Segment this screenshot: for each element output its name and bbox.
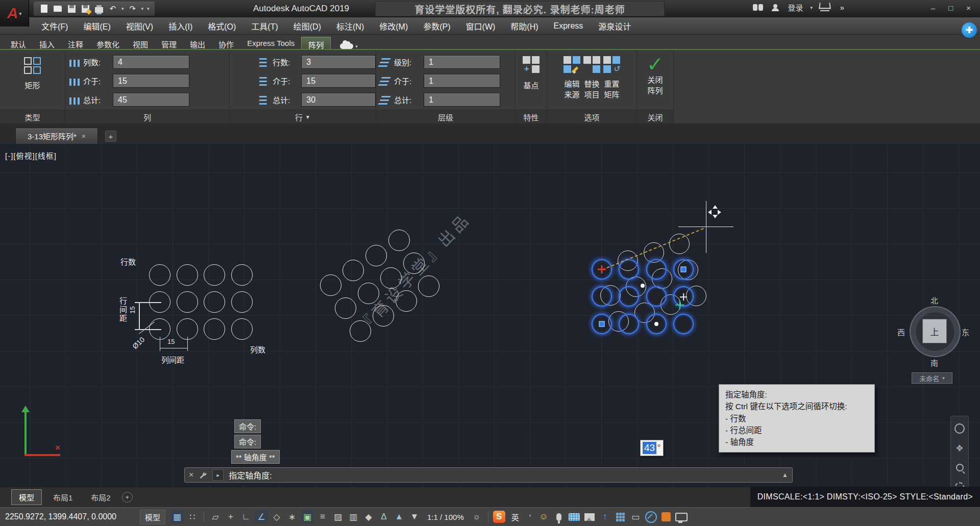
ribbon-tab-0[interactable]: 默认	[4, 37, 33, 49]
steering-wheel-icon[interactable]	[954, 423, 965, 434]
menu-item-11[interactable]: 帮助(H)	[503, 17, 546, 34]
selected-array-circle[interactable]	[646, 286, 667, 307]
ime-symbol-label[interactable]: ’	[525, 513, 535, 521]
dynamic-ucs-icon[interactable]: Δ	[377, 510, 390, 523]
selected-array-circle[interactable]	[673, 314, 694, 334]
new-tab-button[interactable]: +	[105, 131, 116, 142]
ribbon-tab-5[interactable]: 管理	[155, 37, 183, 49]
selected-array-circle[interactable]	[646, 259, 667, 280]
compass-east[interactable]: 东	[962, 327, 969, 337]
columns-field-input-0[interactable]: 4	[113, 55, 189, 69]
3d-object-snap-icon[interactable]: ◆	[362, 510, 375, 523]
rectangular-array-type-button[interactable]: 矩形	[0, 57, 65, 91]
dynamic-input-field[interactable]: 43 °	[640, 440, 664, 456]
object-snap-icon[interactable]: ▣	[301, 510, 314, 523]
wrench-icon[interactable]	[199, 471, 207, 480]
undo-dropdown-icon[interactable]: ▾	[121, 6, 124, 11]
selected-array-circle[interactable]	[619, 286, 639, 307]
infer-constraints-icon[interactable]: ▱	[209, 510, 222, 523]
pan-icon[interactable]: ✥	[954, 443, 965, 453]
ribbon-tab-3[interactable]: 参数化	[90, 37, 126, 49]
recent-commands-icon[interactable]: ▸	[212, 469, 224, 481]
grip-square[interactable]	[681, 267, 687, 272]
menu-item-13[interactable]: 源泉设计	[591, 17, 639, 34]
annotation-visibility-icon[interactable]: ▲	[393, 510, 406, 523]
menu-item-6[interactable]: 绘图(D)	[286, 17, 329, 34]
plugin-badge-icon[interactable]: ✚	[962, 22, 977, 38]
command-prompt[interactable]: 指定轴角度:	[229, 469, 777, 481]
selection-cycling-icon[interactable]: ▥	[347, 510, 360, 523]
ribbon-tab-7[interactable]: 协作	[212, 37, 240, 49]
plot-icon[interactable]	[94, 4, 104, 14]
dynamic-input-icon[interactable]: +	[224, 510, 237, 523]
menu-item-3[interactable]: 插入(I)	[161, 17, 200, 34]
ribbon-tab-1[interactable]: 插入	[33, 37, 61, 49]
ribbon-tab-2[interactable]: 注释	[61, 37, 90, 49]
edit-source-button[interactable]: 编辑 来源	[564, 56, 580, 123]
close-tab-icon[interactable]: ×	[82, 132, 86, 140]
close-button[interactable]: ×	[966, 4, 971, 12]
sogou-logo-icon[interactable]: S	[493, 511, 505, 523]
command-line[interactable]: × ▸ 指定轴角度: ▲	[184, 467, 793, 483]
layout-tab-0[interactable]: 模型	[11, 489, 42, 505]
levels-field-input-1[interactable]: 1	[424, 74, 500, 88]
snap-mode-icon[interactable]: ∷	[186, 510, 199, 523]
columns-field-input-2[interactable]: 45	[113, 93, 189, 107]
tray-isolate-icon[interactable]: ▭	[629, 510, 642, 523]
menu-item-8[interactable]: 修改(M)	[372, 17, 415, 34]
menu-item-7[interactable]: 标注(N)	[329, 17, 372, 34]
grip-dot[interactable]	[641, 284, 645, 288]
ribbon-tab-6[interactable]: 输出	[183, 37, 212, 49]
search-icon[interactable]	[753, 3, 763, 13]
object-snap-tracking-icon[interactable]: ∗	[285, 510, 299, 523]
chevron-down-icon[interactable]: ▾	[810, 5, 813, 10]
ribbon-tab-4[interactable]: 视图	[126, 37, 155, 49]
coordinates-readout[interactable]: 2250.9272, 1399.4407, 0.0000	[5, 512, 116, 521]
close-icon[interactable]: ×	[189, 470, 193, 480]
save-icon[interactable]	[66, 4, 77, 14]
open-folder-icon[interactable]	[53, 4, 63, 14]
redo-dropdown-icon[interactable]: ▾	[141, 6, 144, 11]
scale-label[interactable]: 1:1 / 100%	[423, 513, 468, 521]
login-button[interactable]: 登录	[788, 2, 803, 13]
base-point-button[interactable]: + 基点	[516, 56, 547, 91]
lineweight-icon[interactable]: ≡	[316, 510, 329, 523]
add-layout-button[interactable]: +	[122, 492, 133, 503]
close-array-button[interactable]: ✓ 关闭 阵列	[637, 54, 673, 96]
polar-tracking-icon[interactable]: ∠	[255, 510, 268, 523]
ribbon-tab-9[interactable]: 阵列	[301, 37, 331, 49]
menu-item-4[interactable]: 格式(O)	[200, 17, 243, 34]
tray-plugin-icon[interactable]	[659, 510, 673, 523]
ime-keyboard-icon[interactable]	[568, 510, 581, 523]
grip-dot[interactable]	[654, 322, 658, 326]
menu-item-2[interactable]: 视图(V)	[118, 17, 161, 34]
ortho-mode-icon[interactable]: ∟	[239, 510, 253, 523]
compass-north[interactable]: 北	[930, 295, 938, 306]
menu-item-12[interactable]: Express	[546, 17, 591, 34]
panel-footer-rows[interactable]: 行▼	[230, 110, 376, 123]
ime-screenshot-icon[interactable]	[583, 510, 596, 523]
view-cube-top-face[interactable]: 上	[922, 319, 947, 343]
menu-item-5[interactable]: 工具(T)	[243, 17, 285, 34]
workspace-switch-icon[interactable]: ☼	[470, 510, 483, 523]
layout-tab-2[interactable]: 布局2	[84, 490, 117, 505]
qat-customize-icon[interactable]: ▾	[147, 6, 150, 11]
compass-south[interactable]: 南	[930, 357, 938, 368]
ime-upload-icon[interactable]: ↑	[598, 510, 611, 523]
ime-toolbox-icon[interactable]	[614, 510, 627, 523]
orbit-icon[interactable]	[954, 482, 965, 487]
new-file-icon[interactable]	[39, 4, 49, 14]
ime-lang-label[interactable]: 英	[507, 512, 523, 522]
view-cube[interactable]: 上 北 西 东 南	[910, 306, 959, 355]
ime-mic-icon[interactable]	[552, 510, 566, 523]
command-expand-icon[interactable]: ▲	[782, 471, 788, 479]
tray-performance-icon[interactable]	[644, 510, 657, 523]
menu-item-9[interactable]: 参数(P)	[415, 17, 458, 34]
view-name-box[interactable]: 未命名 ▾	[912, 372, 952, 384]
drawing-canvas[interactable]: [-][俯视][线框] 『育设学堂』出品 行数 行间距 15 Ø10 15 列间…	[0, 144, 980, 487]
replace-item-button[interactable]: 替换 项目	[583, 56, 600, 123]
menu-item-10[interactable]: 窗口(W)	[458, 17, 503, 34]
menu-item-0[interactable]: 文件(F)	[34, 17, 76, 34]
levels-field-input-0[interactable]: 1	[424, 55, 500, 69]
clean-screen-icon[interactable]	[962, 510, 975, 523]
